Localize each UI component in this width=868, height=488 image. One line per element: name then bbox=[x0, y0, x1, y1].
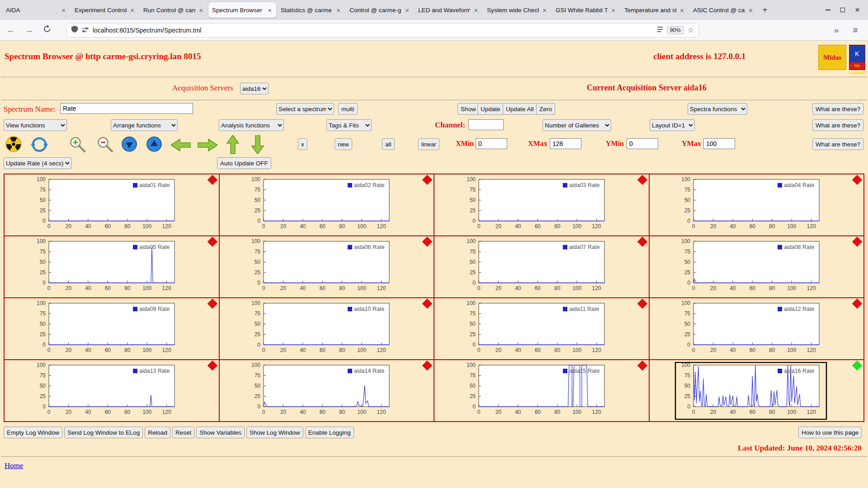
tab-asic-control-car[interactable]: ASIC Control @ car× bbox=[689, 2, 757, 18]
spectrum-cell-aida04-rate[interactable]: 0255075100020406080100120aida04 Rate bbox=[649, 174, 864, 236]
back-icon[interactable]: ← bbox=[5, 25, 17, 35]
spectrum-plot-15[interactable]: 0255075100020406080100120aida15 Rate bbox=[435, 362, 648, 420]
number-of-galleries-dropdown[interactable]: Number of Galleries bbox=[542, 119, 611, 131]
pan-up-icon[interactable] bbox=[226, 135, 240, 156]
arrange-functions-dropdown[interactable]: Arrange functions bbox=[111, 119, 178, 131]
update-all-button[interactable]: Update All bbox=[503, 103, 537, 115]
select-spectrum-dropdown[interactable]: Select a spectrum bbox=[276, 103, 334, 115]
spectrum-plot-2[interactable]: 0255075100020406080100120aida02 Rate bbox=[220, 176, 433, 234]
show-log-window-button[interactable]: Show Log Window bbox=[246, 427, 303, 438]
reader-icon[interactable] bbox=[657, 26, 663, 34]
tab-close-icon[interactable]: × bbox=[679, 6, 685, 14]
overflow-chevrons-icon[interactable]: » bbox=[830, 25, 843, 35]
x-button[interactable]: x bbox=[298, 138, 307, 150]
radiation-icon[interactable] bbox=[5, 136, 22, 154]
tab-statistics-carme[interactable]: Statistics @ carme× bbox=[277, 2, 345, 18]
spectrum-cell-aida06-rate[interactable]: 0255075100020406080100120aida06 Rate bbox=[219, 236, 434, 298]
spectrum-cell-aida03-rate[interactable]: 0255075100020406080100120aida03 Rate bbox=[434, 174, 649, 236]
tab-temperature-and-st[interactable]: Temperature and st× bbox=[621, 2, 689, 18]
what-are-these-button-2[interactable]: What are these? bbox=[812, 119, 863, 131]
spectrum-cell-aida09-rate[interactable]: 0255075100020406080100120aida09 Rate bbox=[4, 298, 219, 360]
spectra-functions-dropdown[interactable]: Spectra functions bbox=[688, 103, 747, 115]
tab-close-icon[interactable]: × bbox=[267, 6, 273, 14]
tab-close-icon[interactable]: × bbox=[404, 6, 410, 14]
tab-experiment-control[interactable]: Experiment Control× bbox=[71, 2, 139, 18]
spectrum-name-input[interactable] bbox=[60, 103, 193, 114]
tags-fits-dropdown[interactable]: Tags & Fits bbox=[326, 119, 372, 131]
spectrum-plot-3[interactable]: 0255075100020406080100120aida03 Rate bbox=[435, 176, 648, 234]
spectrum-cell-aida08-rate[interactable]: 0255075100020406080100120aida08 Rate bbox=[649, 236, 864, 298]
show-variables-button[interactable]: Show Variables bbox=[196, 427, 245, 438]
spectrum-cell-aida07-rate[interactable]: 0255075100020406080100120aida07 Rate bbox=[434, 236, 649, 298]
ymax-input[interactable] bbox=[703, 138, 735, 149]
home-link[interactable]: Home bbox=[5, 461, 24, 470]
minimize-icon[interactable] bbox=[826, 9, 830, 10]
channel-input[interactable] bbox=[468, 119, 504, 130]
pan-down-icon[interactable] bbox=[251, 135, 264, 156]
spectrum-cell-aida12-rate[interactable]: 0255075100020406080100120aida12 Rate bbox=[649, 298, 864, 360]
xmax-input[interactable] bbox=[550, 138, 581, 149]
spectrum-plot-9[interactable]: 0255075100020406080100120aida09 Rate bbox=[5, 300, 218, 358]
spectrum-cell-aida01-rate[interactable]: 0255075100020406080100120aida01 Rate bbox=[4, 174, 219, 236]
xmin-input[interactable] bbox=[476, 138, 507, 149]
spectrum-plot-14[interactable]: 0255075100020406080100120aida14 Rate bbox=[220, 362, 433, 420]
ymin-input[interactable] bbox=[627, 138, 658, 149]
reset-button[interactable]: Reset bbox=[172, 427, 194, 438]
all-button[interactable]: all bbox=[382, 138, 395, 150]
scroll-up-icon[interactable] bbox=[146, 136, 162, 154]
maximize-icon[interactable] bbox=[840, 8, 845, 12]
reload-button[interactable]: Reload bbox=[145, 427, 170, 438]
what-are-these-button-1[interactable]: What are these? bbox=[812, 103, 863, 115]
tcl-powered-logo[interactable]: K TCL POWERED bbox=[849, 45, 865, 70]
linear-button[interactable]: linear bbox=[418, 138, 439, 150]
spectrum-cell-aida11-rate[interactable]: 0255075100020406080100120aida11 Rate bbox=[434, 298, 649, 360]
spectrum-plot-1[interactable]: 0255075100020406080100120aida01 Rate bbox=[5, 176, 218, 234]
refresh-icon[interactable] bbox=[31, 136, 48, 155]
tab-close-icon[interactable]: × bbox=[335, 6, 341, 14]
url-bar[interactable]: localhost:8015/Spectrum/Spectrum.tml 90%… bbox=[66, 23, 699, 38]
empty-log-window-button[interactable]: Empty Log Window bbox=[4, 427, 62, 438]
tab-system-wide-check[interactable]: System wide Check× bbox=[483, 2, 551, 18]
spectrum-cell-aida13-rate[interactable]: 0255075100020406080100120aida13 Rate bbox=[4, 360, 219, 422]
scroll-down-icon[interactable] bbox=[121, 136, 137, 154]
forward-icon[interactable]: → bbox=[23, 25, 35, 35]
new-tab-button[interactable]: + bbox=[758, 5, 772, 15]
spectrum-plot-7[interactable]: 0255075100020406080100120aida07 Rate bbox=[435, 238, 648, 296]
spectrum-plot-10[interactable]: 0255075100020406080100120aida10 Rate bbox=[220, 300, 433, 358]
spectrum-cell-aida05-rate[interactable]: 0255075100020406080100120aida05 Rate bbox=[4, 236, 219, 298]
spectrum-plot-4[interactable]: 0255075100020406080100120aida04 Rate bbox=[650, 176, 863, 234]
analysis-functions-dropdown[interactable]: Analysis functions bbox=[219, 119, 284, 131]
tab-close-icon[interactable]: × bbox=[748, 6, 754, 14]
tab-gsi-white-rabbit-t[interactable]: GSI White Rabbit T× bbox=[552, 2, 620, 18]
spectrum-cell-aida14-rate[interactable]: 0255075100020406080100120aida14 Rate bbox=[219, 360, 434, 422]
send-log-window-to-elog-button[interactable]: Send Log Window to ELog bbox=[64, 427, 143, 438]
what-are-these-button-3[interactable]: What are these? bbox=[812, 138, 863, 150]
tab-led-and-waveform[interactable]: LED and Waveform× bbox=[415, 2, 482, 18]
tab-run-control-carm[interactable]: Run Control @ carm× bbox=[140, 2, 208, 18]
spectrum-cell-aida15-rate[interactable]: 0255075100020406080100120aida15 Rate bbox=[434, 360, 649, 422]
bookmark-star-icon[interactable]: ☆ bbox=[688, 26, 694, 34]
permissions-icon[interactable] bbox=[82, 26, 89, 34]
pan-right-icon[interactable] bbox=[198, 138, 217, 154]
tab-close-icon[interactable]: × bbox=[198, 6, 204, 14]
layout-id-dropdown[interactable]: Layout ID=1 bbox=[650, 119, 695, 131]
midas-logo[interactable]: Midas bbox=[818, 45, 846, 70]
url-text[interactable]: localhost:8015/Spectrum/Spectrum.tml bbox=[93, 27, 653, 34]
spectrum-plot-11[interactable]: 0255075100020406080100120aida11 Rate bbox=[435, 300, 648, 358]
zoom-in-icon[interactable] bbox=[69, 136, 87, 156]
tab-close-icon[interactable]: × bbox=[542, 6, 547, 14]
spectrum-cell-aida16-rate[interactable]: 0255075100020406080100120aida16 Rate bbox=[649, 360, 864, 422]
acquisition-server-select[interactable]: aida16 bbox=[240, 83, 269, 94]
spectrum-plot-16[interactable]: 0255075100020406080100120aida16 Rate bbox=[650, 362, 863, 420]
shield-icon[interactable] bbox=[71, 25, 78, 35]
view-functions-dropdown[interactable]: View functions bbox=[4, 119, 67, 131]
update-rate-dropdown[interactable]: Update Rate (4 secs) bbox=[4, 157, 71, 169]
how-to-use-button[interactable]: How to use this page bbox=[798, 427, 862, 438]
zero-button[interactable]: Zero bbox=[536, 103, 555, 115]
tab-close-icon[interactable]: × bbox=[61, 6, 66, 14]
show-button[interactable]: Show bbox=[458, 103, 479, 115]
enable-logging-button[interactable]: Enable Logging bbox=[305, 427, 354, 438]
new-button[interactable]: new bbox=[335, 138, 352, 150]
close-icon[interactable]: × bbox=[855, 5, 860, 15]
zoom-badge[interactable]: 90% bbox=[667, 26, 684, 34]
